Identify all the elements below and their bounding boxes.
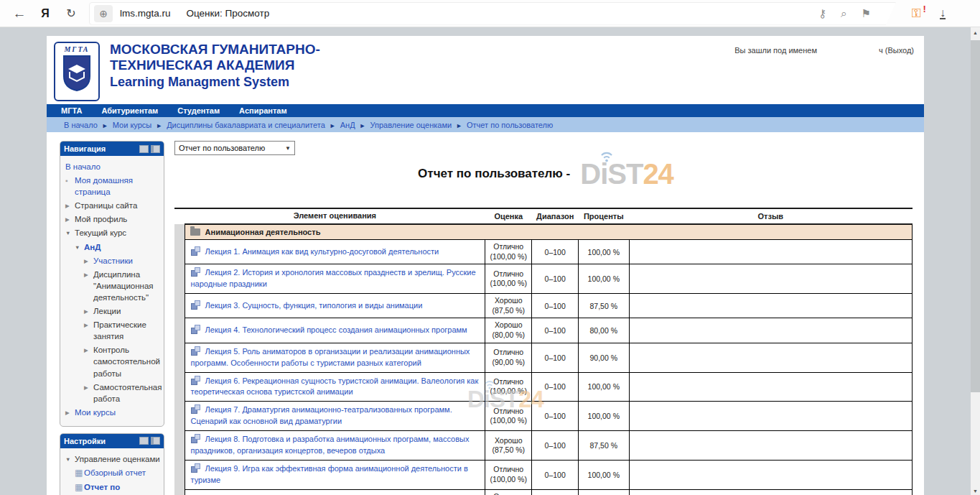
- col-header-percent: Проценты: [579, 208, 630, 224]
- navbar-item[interactable]: МГТА: [61, 106, 82, 115]
- scrollbar[interactable]: ▲ ▼: [971, 27, 980, 495]
- grade-item-link[interactable]: Лекция 5. Роль аниматоров в организации …: [191, 347, 470, 367]
- nav-tree-item[interactable]: Участники: [65, 255, 160, 267]
- grade-item-link[interactable]: Лекция 6. Рекреационная сущность туристс…: [191, 376, 479, 397]
- site-header: МГТА МОСКОВСКАЯ ГУМАНИТАРНО- ТЕХНИЧЕСКАЯ…: [47, 36, 924, 104]
- back-icon[interactable]: ←: [9, 6, 30, 22]
- indent-cell: [174, 431, 185, 461]
- table-row: Лекция 1. Анимация как вид культурно-дос…: [174, 239, 913, 264]
- nav-tree-item[interactable]: Контроль самостоятельной работы: [65, 344, 160, 379]
- chevron-down-icon: ▼: [285, 145, 291, 152]
- nav-tree-item[interactable]: Мои курсы: [65, 407, 160, 418]
- nav-tree-item-label: АнД: [84, 241, 101, 253]
- grade-item-link[interactable]: Лекция 2. История и хронология массовых …: [191, 268, 476, 288]
- tree-toggle-icon: [65, 200, 75, 211]
- watermark-orange-text: 24: [643, 158, 673, 190]
- navbar-item[interactable]: Аспирантам: [239, 106, 286, 115]
- report-type-select[interactable]: Отчет по пользователю ▼: [174, 141, 295, 155]
- navbar-item[interactable]: Студентам: [177, 106, 220, 115]
- top-navbar: МГТА Абитуриентам Студентам Аспирантам: [47, 104, 924, 117]
- range-cell: 0–100: [532, 461, 579, 490]
- col-header-item: Элемент оценивания: [185, 208, 485, 224]
- breadcrumb-link[interactable]: АнД: [340, 121, 355, 129]
- tree-toggle-icon: [65, 453, 75, 465]
- indent-cell: [174, 239, 185, 264]
- address-bar[interactable]: ⊕ lms.mgta.ru Оценки: Просмотр ⚷ ⌕ ⚑: [89, 2, 896, 25]
- percent-cell: 100,00 %: [579, 264, 630, 294]
- grade-item-link[interactable]: Лекция 7. Драматургия анимационно-театра…: [191, 405, 452, 425]
- logout-link[interactable]: ч (Выход): [879, 46, 914, 55]
- nav-tree-item[interactable]: Дисциплина "Анимационная деятельность": [65, 269, 160, 303]
- block-collapse-icon[interactable]: [139, 437, 149, 445]
- activity-icon: [191, 463, 200, 473]
- nav-tree-item[interactable]: Лекции: [65, 305, 160, 317]
- nav-tree-item[interactable]: Практические занятия: [65, 319, 160, 342]
- feedback-cell: [629, 461, 912, 490]
- table-row: Лекция 3. Сущность, функция, типология и…: [174, 294, 913, 318]
- report-title-row: Отчет по пользователю - DiST24: [174, 158, 917, 190]
- scrollbar-down-icon[interactable]: ▼: [971, 489, 980, 494]
- key-icon[interactable]: ⚷: [818, 7, 826, 20]
- nav-tree-item[interactable]: Страницы сайта: [65, 200, 160, 211]
- nav-tree-item[interactable]: АнД: [65, 241, 160, 253]
- tree-toggle-icon: [75, 467, 84, 479]
- block-collapse-icon[interactable]: [139, 145, 149, 153]
- settings-tree-item[interactable]: Отчет по пользователю: [65, 481, 160, 495]
- table-row: Лекция 4. Технологический процесс создан…: [174, 318, 913, 343]
- table-row: Лекция 7. Драматургия анимационно-театра…: [174, 402, 913, 431]
- indent-cell: [174, 402, 185, 431]
- activity-icon: [191, 300, 200, 310]
- nav-tree-item[interactable]: Мой профиль: [65, 213, 160, 225]
- nav-tree-item-label: Дисциплина "Анимационная деятельность": [93, 269, 160, 303]
- breadcrumb-item: ►Мои курсы: [98, 121, 151, 129]
- col-header-grade: Оценка: [485, 208, 532, 224]
- navigation-block: Навигация В начало: [60, 141, 164, 427]
- yandex-icon[interactable]: Я: [34, 7, 56, 20]
- browser-window: ← Я ↻ ⊕ lms.mgta.ru Оценки: Просмотр ⚷ ⌕…: [0, 0, 980, 495]
- download-icon[interactable]: ↓: [940, 8, 946, 19]
- breadcrumb-item: ►Управление оценками: [355, 121, 452, 129]
- globe-icon: ⊕: [94, 5, 113, 22]
- breadcrumb-link[interactable]: Управление оценками: [370, 121, 452, 129]
- nav-tree-item-label: Лекции: [93, 305, 121, 317]
- zoom-search-icon[interactable]: ⌕: [841, 7, 846, 20]
- grade-item-cell: Лекция 3. Сущность, функция, типология и…: [185, 294, 485, 318]
- page-title-text: Оценки: Просмотр: [187, 8, 270, 19]
- refresh-icon[interactable]: ↻: [60, 6, 82, 20]
- grade-item-cell: Лекция 7. Драматургия анимационно-театра…: [185, 402, 485, 431]
- password-alert-icon[interactable]: ⚿!: [912, 6, 921, 21]
- settings-block: Настройки Управление оценками: [60, 433, 164, 495]
- grade-cell: Отлично(100,00 %): [485, 372, 532, 402]
- indent-cell: [174, 264, 185, 294]
- grade-item-link[interactable]: Лекция 4. Технологический процесс создан…: [205, 325, 467, 334]
- navbar-item[interactable]: Абитуриентам: [101, 106, 158, 115]
- block-dock-icon[interactable]: [151, 145, 160, 153]
- range-cell: 0–100: [532, 372, 579, 402]
- settings-tree: Управление оценками Обзорный отчет Отчет…: [60, 448, 164, 495]
- grade-item-link[interactable]: Лекция 1. Анимация как вид культурно-дос…: [205, 247, 439, 256]
- grade-item-link[interactable]: Лекция 3. Сущность, функция, типология и…: [205, 301, 423, 310]
- breadcrumb-item: ►Дисциплины бакалавриата и специалитета: [151, 121, 325, 129]
- feedback-cell: [629, 431, 912, 461]
- nav-tree-item[interactable]: Текущий курс: [65, 227, 160, 239]
- scrollbar-up-icon[interactable]: ▲: [971, 27, 980, 37]
- breadcrumb-link[interactable]: Отчет по пользователю: [467, 121, 553, 129]
- nav-tree-item[interactable]: Моя домашняя страница: [65, 175, 160, 198]
- breadcrumb-link[interactable]: Мои курсы: [113, 121, 151, 129]
- breadcrumb-separator-icon: ►: [330, 122, 336, 129]
- scrollbar-thumb[interactable]: [971, 40, 980, 392]
- feedback-cell: [629, 318, 912, 343]
- grade-item-link[interactable]: Лекция 9. Игра как эффективная форма ани…: [191, 464, 468, 484]
- page: МГТА МОСКОВСКАЯ ГУМАНИТАРНО- ТЕХНИЧЕСКАЯ…: [47, 36, 924, 495]
- block-dock-icon[interactable]: [151, 437, 160, 445]
- settings-tree-item[interactable]: Обзорный отчет: [65, 467, 160, 479]
- breadcrumb-link[interactable]: Дисциплины бакалавриата и специалитета: [167, 121, 325, 129]
- grade-item-link[interactable]: Лекция 8. Подготовка и разработка анимац…: [191, 435, 470, 455]
- breadcrumb-link[interactable]: В начало: [64, 121, 98, 129]
- nav-tree-item[interactable]: В начало: [65, 161, 160, 172]
- nav-tree-item[interactable]: Самостоятельная работа: [65, 381, 160, 404]
- percent-cell: 100,00 %: [579, 402, 630, 431]
- bookmark-icon[interactable]: ⚑: [862, 7, 871, 20]
- feedback-cell: [629, 239, 912, 264]
- settings-tree-item[interactable]: Управление оценками: [65, 453, 160, 465]
